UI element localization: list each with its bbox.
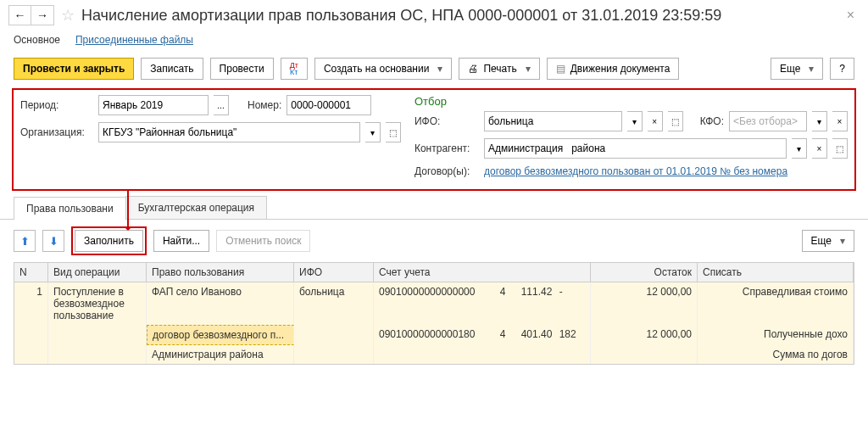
arrow-up-icon: ⬆: [20, 235, 30, 248]
dtkt-icon: ДтКт: [290, 62, 298, 75]
arrow-down-icon: ⬇: [49, 235, 58, 248]
tab-rights[interactable]: Права пользовани: [14, 197, 126, 220]
page-title: Начисление амортизации прав пользования …: [81, 7, 721, 25]
filter-title: Отбор: [415, 95, 848, 108]
cancel-search-button[interactable]: Отменить поиск: [216, 230, 310, 252]
ifo-clear-button[interactable]: ×: [648, 111, 663, 131]
move-down-button[interactable]: ⬇: [42, 230, 64, 252]
counterparty-label: Контрагент:: [415, 142, 479, 154]
period-label: Период:: [20, 99, 93, 111]
printer-icon: 🖨: [468, 63, 478, 75]
post-and-close-button[interactable]: Провести и закрыть: [14, 58, 134, 80]
org-label: Организация:: [20, 126, 93, 138]
header-n[interactable]: N: [14, 263, 48, 282]
header-remainder[interactable]: Остаток: [591, 263, 698, 282]
period-input[interactable]: [98, 95, 209, 115]
close-icon[interactable]: ×: [842, 8, 860, 23]
header-right[interactable]: Право пользования: [147, 263, 294, 282]
dt-kt-button[interactable]: ДтКт: [281, 58, 308, 80]
counterparty-dropdown-button[interactable]: ▾: [792, 138, 807, 159]
org-dropdown-button[interactable]: ▾: [365, 122, 381, 142]
kfo-dropdown-button[interactable]: ▾: [812, 111, 827, 131]
favorite-star-icon[interactable]: ☆: [61, 6, 75, 25]
data-grid: N Вид операции Право пользования ИФО Сче…: [14, 262, 854, 365]
nav-back-button[interactable]: ←: [9, 6, 31, 25]
contracts-label: Договор(ы):: [415, 165, 479, 177]
contracts-link[interactable]: договор безвозмездного пользован от 01.0…: [484, 165, 787, 177]
ifo-input[interactable]: [484, 111, 622, 131]
kfo-clear-button[interactable]: ×: [832, 111, 848, 131]
ifo-dropdown-button[interactable]: ▾: [627, 111, 643, 131]
counterparty-open-button[interactable]: ⬚: [832, 138, 848, 159]
grid-more-button[interactable]: Еще: [802, 230, 854, 252]
print-button[interactable]: 🖨 Печать: [459, 58, 539, 80]
document-movements-button[interactable]: ▤ Движения документа: [547, 58, 680, 80]
annotation-arrow-icon: [127, 191, 129, 230]
post-button[interactable]: Провести: [210, 58, 274, 80]
create-based-on-button[interactable]: Создать на основании: [314, 58, 453, 80]
ifo-label: ИФО:: [415, 115, 479, 127]
org-open-button[interactable]: ⬚: [386, 122, 401, 142]
number-input[interactable]: [287, 95, 371, 115]
find-button[interactable]: Найти...: [153, 230, 209, 252]
table-row[interactable]: 1 Поступление в безвозмездное пользовани…: [14, 282, 854, 325]
document-icon: ▤: [556, 63, 565, 75]
more-button[interactable]: Еще: [771, 58, 823, 80]
period-picker-button[interactable]: ...: [214, 95, 229, 115]
subnav-attached-files[interactable]: Присоединенные файлы: [75, 34, 193, 46]
counterparty-clear-button[interactable]: ×: [812, 138, 827, 159]
move-up-button[interactable]: ⬆: [14, 230, 36, 252]
fill-button[interactable]: Заполнить: [75, 230, 143, 252]
table-row[interactable]: договор безвозмездного п... 090100000000…: [14, 325, 854, 345]
header-write[interactable]: Списать: [698, 263, 854, 282]
help-button[interactable]: ?: [830, 58, 854, 80]
header-ifo[interactable]: ИФО: [294, 263, 374, 282]
fill-button-highlight: Заполнить: [71, 226, 147, 255]
filter-block: Период: ... Номер: Организация: ▾ ⬚ Отбо…: [12, 88, 856, 191]
tab-accounting[interactable]: Бухгалтерская операция: [125, 196, 267, 219]
kfo-label: КФО:: [700, 115, 724, 127]
counterparty-input[interactable]: [484, 138, 787, 159]
subnav-main[interactable]: Основное: [14, 34, 60, 46]
number-label: Номер:: [248, 99, 281, 111]
save-button[interactable]: Записать: [141, 58, 203, 80]
table-row[interactable]: Администрация района Сумма по догов: [14, 345, 854, 364]
kfo-input[interactable]: <Без отбора>: [729, 111, 807, 131]
header-op[interactable]: Вид операции: [48, 263, 147, 282]
ifo-open-button[interactable]: ⬚: [668, 111, 683, 131]
header-account[interactable]: Счет учета: [374, 263, 591, 282]
org-input[interactable]: [98, 122, 360, 142]
nav-forward-button[interactable]: →: [31, 6, 53, 25]
